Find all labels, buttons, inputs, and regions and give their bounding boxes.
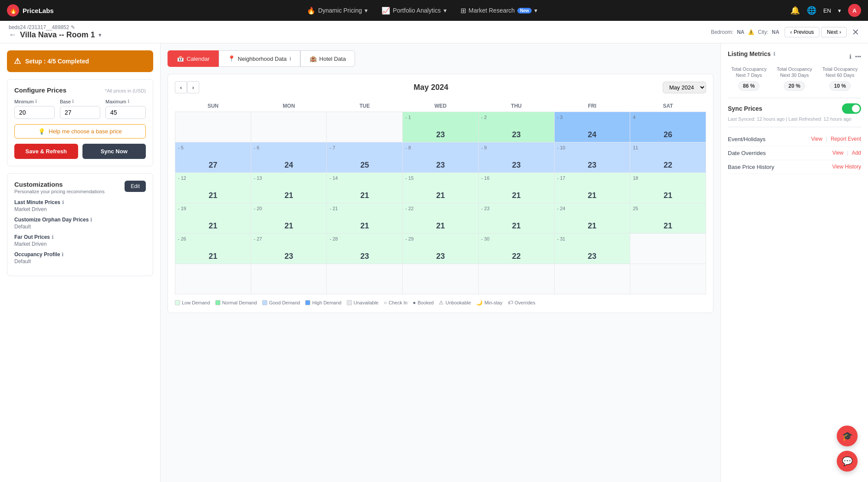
nav-portfolio-analytics[interactable]: 📈 Portfolio Analytics ▾ [381,7,447,15]
info-circle-icon[interactable]: ℹ [849,53,852,60]
bedroom-label: Bedroom: [711,29,733,35]
back-button[interactable]: ← [9,30,16,40]
info-row-action-view[interactable]: View [832,150,844,156]
nav-market-research[interactable]: ⊞ Market Research New ▾ [460,7,537,15]
calendar-cell[interactable]: - 2723 [251,234,327,264]
sync-toggle[interactable] [842,103,861,114]
max-info-icon[interactable]: ℹ [128,99,129,104]
calendar-cell[interactable]: - 823 [403,142,479,173]
legend-item-check-in: ○Check In [384,300,408,306]
calendar-cell[interactable]: 1122 [630,142,706,173]
cell-price-value: 21 [327,191,402,200]
calendar-next-button[interactable]: › [187,81,199,93]
metric-badge: 86 % [738,81,760,91]
cell-day-number: - 9 [481,145,487,150]
item-info-icon[interactable]: ℹ [52,234,53,240]
calendar-cell[interactable]: - 1421 [327,173,403,203]
more-options-icon[interactable]: ••• [855,53,861,60]
item-info-icon[interactable]: ℹ [62,200,64,205]
tab-hotel[interactable]: 🏨 Hotel Data [300,50,355,67]
user-avatar[interactable]: A [848,4,861,17]
legend-color-dot [262,300,267,305]
customizations-list: Last Minute Prices ℹ Market Driven Custo… [14,199,146,264]
info-row-action-report[interactable]: Report Event [831,136,861,142]
info-row-events: Event/HolidaysView|Report Event [728,132,861,146]
calendar-cell[interactable]: - 2621 [175,234,251,264]
calendar-cell[interactable]: - 1921 [175,203,251,234]
item-info-icon[interactable]: ℹ [62,252,63,258]
cell-price-value: 21 [251,221,327,231]
base-label: Base ℹ [60,99,100,104]
calendar-cell[interactable]: - 2021 [251,203,327,234]
legend-icon: ● [413,300,416,306]
cell-day-number: - 28 [329,236,338,241]
calendar-cell[interactable]: - 923 [478,142,554,173]
calendar-cell[interactable]: - 1721 [554,173,630,203]
metrics-info-icon[interactable]: ℹ [773,51,775,57]
calendar-cell[interactable]: - 1023 [554,142,630,173]
calendar-cell[interactable]: - 1521 [403,173,479,203]
calendar-cell[interactable]: - 324 [554,112,630,142]
calendar-cell[interactable]: - 725 [327,142,403,173]
cell-day-number: - 2 [481,115,487,120]
base-input[interactable] [60,106,100,119]
calendar-cell[interactable]: - 3123 [554,234,630,264]
cell-price-value: 21 [555,191,630,200]
calendar-cell[interactable]: - 2421 [554,203,630,234]
calendar-cell[interactable]: - 2823 [327,234,403,264]
metrics-title: Listing Metrics ℹ [728,50,775,57]
save-refresh-button[interactable]: Save & Refresh [14,144,78,159]
calendar-cell[interactable]: - 2321 [478,203,554,234]
base-info-icon[interactable]: ℹ [72,99,74,104]
calendar-cell[interactable]: 426 [630,112,706,142]
calendar-month-select[interactable]: May 2024 [663,82,706,93]
nav-dynamic-pricing[interactable]: 🔥 Dynamic Pricing ▾ [307,7,368,15]
info-row-action-view[interactable]: View [811,136,822,142]
property-dropdown-icon[interactable]: ▾ [99,32,102,38]
previous-button[interactable]: ‹ Previous [785,27,820,37]
calendar-cell[interactable]: 1821 [630,173,706,203]
sync-now-button[interactable]: Sync Now [82,144,146,159]
item-info-icon[interactable]: ℹ [90,217,92,223]
setup-banner[interactable]: ⚠ Setup : 4/5 Completed [7,50,153,72]
calendar-cell[interactable]: - 3022 [478,234,554,264]
calendar-cell[interactable]: - 1621 [478,173,554,203]
calendar-cell[interactable]: - 123 [403,112,479,142]
calendar-cell[interactable]: - 624 [251,142,327,173]
fab-chat-button[interactable]: 💬 [837,451,858,472]
legend-label: Unbookable [445,300,471,305]
calendar-cell[interactable]: 2521 [630,203,706,234]
calendar-cell[interactable]: - 2221 [403,203,479,234]
locale-label[interactable]: EN [823,7,831,14]
next-button[interactable]: Next › [821,27,847,37]
calendar-cell[interactable]: - 2121 [327,203,403,234]
info-row-action-add[interactable]: Add [852,150,861,156]
brand-logo[interactable]: 🔥 PriceLabs [7,4,54,17]
bell-icon[interactable]: 🔔 [790,6,800,15]
calendar-body: - 123- 223- 324 426- 527- 624- 725- 823-… [175,112,706,294]
tab-calendar[interactable]: 📅 Calendar [168,50,219,67]
sync-title: Sync Prices [728,105,762,112]
min-info-icon[interactable]: ℹ [35,99,37,104]
cell-price-value: 23 [479,130,554,139]
calendar-cell[interactable]: - 527 [175,142,251,173]
calendar-cell[interactable]: - 1221 [175,173,251,203]
maximum-input[interactable] [105,106,146,119]
close-button[interactable]: ✕ [852,27,859,37]
calendar-cell[interactable]: - 1321 [251,173,327,203]
nav-right: 🔔 🌐 EN ▾ A [790,4,861,17]
tab-neighborhood[interactable]: 📍 Neighborhood Data ℹ [219,50,300,67]
info-row-action-view-history[interactable]: View History [832,164,861,170]
neighborhood-info-icon[interactable]: ℹ [289,56,291,62]
help-base-price-button[interactable]: 💡 Help me choose a base price [14,124,146,139]
cell-day-number: - 5 [178,145,184,150]
globe-icon[interactable]: 🌐 [807,6,816,15]
calendar-prev-button[interactable]: ‹ [175,81,187,93]
info-row-base-price-history: Base Price HistoryView History [728,160,861,174]
cell-day-number: - 3 [557,115,563,120]
fab-help-button[interactable]: 🎓 [837,426,858,446]
edit-button[interactable]: Edit [125,181,146,192]
minimum-input[interactable] [14,106,55,119]
calendar-cell[interactable]: - 223 [478,112,554,142]
calendar-cell[interactable]: - 2923 [403,234,479,264]
